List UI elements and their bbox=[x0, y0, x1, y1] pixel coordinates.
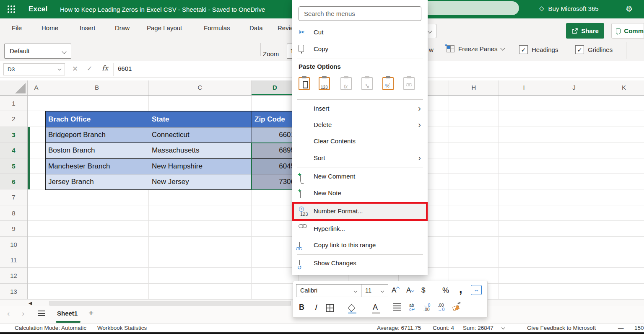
row-header[interactable]: 7 bbox=[0, 189, 27, 205]
paste-transpose-icon[interactable]: ↪ bbox=[361, 77, 373, 90]
fx-icon[interactable]: fx bbox=[102, 64, 108, 72]
office-cell[interactable]: Jersey Branch bbox=[46, 174, 149, 190]
column-header[interactable]: C bbox=[149, 80, 252, 95]
column-header[interactable]: J bbox=[549, 80, 599, 95]
menu-item-delete[interactable]: Delete › bbox=[292, 117, 428, 134]
row-header[interactable]: 1 bbox=[0, 96, 27, 111]
menu-item-show-changes[interactable]: ↺ Show Changes bbox=[292, 255, 428, 272]
menu-item-copy[interactable]: Copy bbox=[292, 41, 428, 58]
ribbon-tab[interactable]: Page Layout bbox=[147, 24, 182, 31]
state-cell[interactable]: Connecticut bbox=[149, 127, 252, 143]
sheet-tab[interactable]: Sheet1 bbox=[57, 310, 78, 317]
ribbon-tab[interactable]: Draw bbox=[115, 24, 130, 31]
menu-item-sort[interactable]: Sort › bbox=[292, 150, 428, 167]
name-box[interactable]: D3 bbox=[3, 63, 65, 75]
gridlines-toggle[interactable]: ✓ Gridlines bbox=[575, 45, 613, 54]
menu-search-input[interactable]: Search the menus bbox=[299, 6, 421, 21]
state-cell[interactable]: New Hampshire bbox=[149, 159, 252, 174]
paste-icon[interactable] bbox=[299, 77, 310, 90]
menu-item-cut[interactable]: ✂ Cut bbox=[292, 24, 428, 41]
fill-color-button[interactable] bbox=[349, 303, 354, 312]
ribbon-tab[interactable]: Insert bbox=[80, 24, 96, 31]
autofit-button[interactable]: ↔ bbox=[471, 285, 482, 295]
column-header[interactable]: B bbox=[45, 80, 149, 95]
enter-check-icon[interactable]: ✓ bbox=[87, 65, 92, 72]
state-cell[interactable]: Massachusetts bbox=[149, 143, 252, 158]
share-button[interactable]: Share bbox=[566, 23, 604, 39]
bold-button[interactable]: B bbox=[299, 303, 304, 312]
row-header[interactable]: 9 bbox=[0, 221, 27, 236]
formula-input[interactable]: 6601 bbox=[118, 65, 132, 72]
borders-button[interactable] bbox=[326, 303, 334, 313]
font-name-select[interactable]: Calibri bbox=[296, 284, 361, 297]
chevron-down-icon[interactable] bbox=[501, 326, 505, 329]
font-color-button[interactable]: A bbox=[373, 303, 378, 312]
menu-item-hyperlink[interactable]: Hyperlink... bbox=[292, 221, 428, 238]
paste-formulas-icon[interactable]: fx bbox=[340, 77, 352, 90]
column-header[interactable]: A bbox=[28, 80, 45, 95]
ribbon-tab[interactable]: File bbox=[12, 24, 22, 31]
settings-gear-icon[interactable]: ⚙ bbox=[626, 4, 633, 14]
column-header[interactable]: I bbox=[499, 80, 549, 95]
paste-values-icon[interactable]: 123 bbox=[319, 77, 330, 90]
menu-item-new-note[interactable]: + New Note bbox=[292, 185, 428, 202]
add-sheet-button[interactable]: + bbox=[88, 308, 93, 318]
zoom-out-button[interactable]: — bbox=[618, 325, 624, 331]
gridlines-checkbox[interactable]: ✓ bbox=[575, 45, 584, 54]
column-header[interactable]: D bbox=[252, 80, 299, 95]
freeze-panes-button[interactable]: Freeze Panes bbox=[447, 45, 504, 52]
currency-format-button[interactable]: $ bbox=[421, 286, 425, 295]
menu-item-new-comment[interactable]: + New Comment bbox=[292, 168, 428, 185]
row-header[interactable]: 3 bbox=[0, 127, 27, 142]
shrink-font-button[interactable]: A bbox=[406, 286, 413, 295]
workbook-statistics[interactable]: Workbook Statistics bbox=[97, 325, 147, 331]
wrap-text-button[interactable]: abc↵ bbox=[409, 303, 415, 311]
titlebar-search-box[interactable] bbox=[413, 1, 519, 15]
row-header[interactable]: 12 bbox=[0, 268, 27, 283]
row-header[interactable]: 13 bbox=[0, 284, 27, 299]
comments-button[interactable]: Comm bbox=[611, 23, 644, 39]
menu-item-clear-contents[interactable]: Clear Contents bbox=[292, 133, 428, 150]
calc-mode-status[interactable]: Calculation Mode: Automatic bbox=[15, 325, 86, 331]
office-cell[interactable]: Manchester Branch bbox=[46, 159, 149, 174]
ribbon-tab[interactable]: Formulas bbox=[204, 24, 230, 31]
ribbon-tab[interactable]: Home bbox=[42, 24, 58, 31]
headings-checkbox[interactable]: ✓ bbox=[519, 45, 528, 54]
row-header[interactable]: 8 bbox=[0, 205, 27, 221]
paste-link-icon[interactable] bbox=[403, 77, 415, 90]
comma-format-button[interactable]: , bbox=[459, 283, 462, 296]
align-justify-button[interactable] bbox=[393, 303, 401, 312]
buy-microsoft-365-button[interactable]: ◇ Buy Microsoft 365 bbox=[539, 5, 599, 12]
headings-toggle[interactable]: ✓ Headings bbox=[519, 45, 558, 54]
state-cell[interactable]: New Jersey bbox=[149, 174, 252, 190]
row-header[interactable]: 11 bbox=[0, 252, 27, 268]
next-sheet-icon[interactable]: › bbox=[22, 309, 24, 318]
font-size-select[interactable]: 11 bbox=[361, 284, 388, 297]
column-header[interactable]: K bbox=[599, 80, 644, 95]
grow-font-button[interactable]: A bbox=[392, 286, 399, 295]
cell-B2[interactable]: Brach Office bbox=[46, 111, 149, 127]
sheet-view-selector[interactable]: Default bbox=[4, 44, 71, 59]
paste-formatting-icon[interactable]: %⁄ bbox=[382, 77, 394, 90]
row-header[interactable]: 6 bbox=[0, 174, 27, 189]
row-header[interactable]: 4 bbox=[0, 142, 27, 158]
ribbon-tab[interactable]: Data bbox=[249, 24, 263, 31]
row-header[interactable]: 5 bbox=[0, 158, 27, 174]
office-cell[interactable]: Boston Branch bbox=[46, 143, 149, 158]
office-cell[interactable]: Bridgeport Branch bbox=[46, 127, 149, 143]
cancel-icon[interactable]: ✕ bbox=[72, 65, 78, 73]
percent-format-button[interactable]: % bbox=[442, 286, 449, 295]
format-painter-button[interactable] bbox=[453, 302, 459, 311]
scrollbar-thumb[interactable] bbox=[49, 301, 291, 306]
document-title[interactable]: How to Keep Leading Zeros in Excel CSV -… bbox=[60, 6, 295, 13]
row-header[interactable]: 2 bbox=[0, 111, 27, 127]
select-all-corner[interactable] bbox=[0, 80, 28, 96]
menu-item-insert[interactable]: Insert › bbox=[292, 101, 428, 117]
menu-item-copy-link[interactable]: Copy link to this range bbox=[292, 237, 428, 254]
increase-decimal-button[interactable]: .00→0 bbox=[438, 303, 444, 311]
app-name[interactable]: Excel bbox=[29, 5, 47, 13]
scroll-left-arrow-icon[interactable]: ◀ bbox=[29, 300, 32, 306]
cell-C2[interactable]: State bbox=[149, 111, 252, 127]
waffle-menu-icon[interactable] bbox=[8, 5, 9, 7]
feedback-link[interactable]: Give Feedback to Microsoft bbox=[527, 325, 596, 331]
